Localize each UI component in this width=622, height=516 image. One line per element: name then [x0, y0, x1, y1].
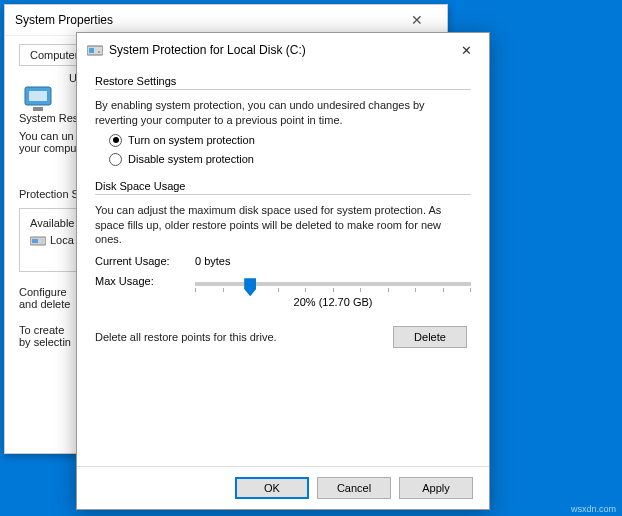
radio-icon — [109, 153, 122, 166]
dialog-title: System Protection for Local Disk (C:) — [109, 43, 306, 57]
disk-icon — [87, 43, 103, 57]
divider — [95, 89, 471, 90]
svg-rect-1 — [29, 91, 47, 101]
computer-icon — [23, 83, 59, 119]
svg-point-7 — [98, 51, 100, 53]
ok-button[interactable]: OK — [235, 477, 309, 499]
max-usage-slider[interactable]: 20% (12.70 GB) — [195, 275, 471, 308]
drive-icon — [30, 233, 46, 247]
drive-label: Loca — [50, 234, 74, 246]
delete-description: Delete all restore points for this drive… — [95, 330, 393, 345]
current-usage-value: 0 bytes — [195, 255, 230, 267]
max-usage-label: Max Usage: — [95, 275, 195, 287]
close-icon: ✕ — [461, 43, 472, 58]
titlebar: System Protection for Local Disk (C:) ✕ — [77, 33, 489, 67]
radio-icon — [109, 134, 122, 147]
apply-button[interactable]: Apply — [399, 477, 473, 499]
radio-disable[interactable]: Disable system protection — [109, 153, 471, 166]
radio-label: Turn on system protection — [128, 134, 255, 146]
close-button[interactable]: ✕ — [449, 39, 483, 61]
divider — [95, 194, 471, 195]
svg-rect-2 — [33, 107, 43, 111]
system-protection-dialog: System Protection for Local Disk (C:) ✕ … — [76, 32, 490, 510]
delete-button[interactable]: Delete — [393, 326, 467, 348]
current-usage-label: Current Usage: — [95, 255, 195, 267]
restore-settings-group: Restore Settings — [95, 75, 471, 87]
disk-space-group: Disk Space Usage — [95, 180, 471, 192]
radio-turn-on[interactable]: Turn on system protection — [109, 134, 471, 147]
disk-space-description: You can adjust the maximum disk space us… — [95, 203, 471, 248]
svg-rect-4 — [32, 239, 38, 243]
watermark: wsxdn.com — [571, 504, 616, 514]
cancel-button[interactable]: Cancel — [317, 477, 391, 499]
dialog-footer: OK Cancel Apply — [77, 466, 489, 509]
svg-rect-6 — [89, 48, 94, 53]
restore-settings-description: By enabling system protection, you can u… — [95, 98, 471, 128]
close-icon[interactable]: ✕ — [397, 12, 437, 28]
radio-label: Disable system protection — [128, 153, 254, 165]
slider-value: 20% (12.70 GB) — [195, 296, 471, 308]
back-window-title: System Properties — [15, 13, 113, 27]
